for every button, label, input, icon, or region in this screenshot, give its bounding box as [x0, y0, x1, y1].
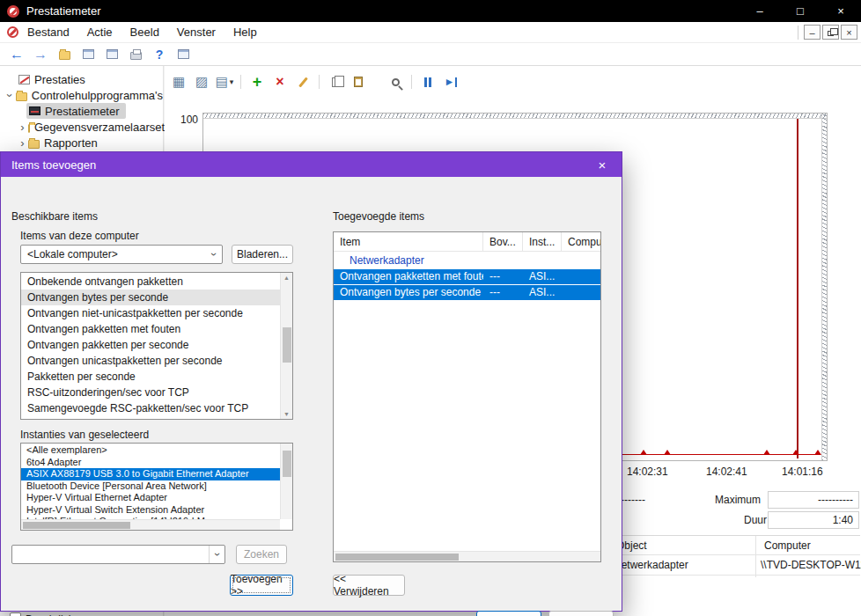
view-current-activity-button[interactable]: ▦	[169, 72, 188, 92]
restore-icon	[828, 31, 834, 36]
export-list-button[interactable]	[78, 45, 98, 64]
maximum-value: ----------	[818, 494, 853, 506]
counter-item[interactable]: Ontvangen niet-unicastpakketten per seco…	[21, 305, 280, 321]
added-items-table[interactable]: Item Bov... Inst... Comput Netwerkadapte…	[333, 231, 601, 562]
duration-label: Duur	[744, 514, 767, 526]
print-button[interactable]	[126, 45, 145, 64]
tree-item-rapporten[interactable]: › Rapporten	[0, 135, 163, 150]
column-header-item[interactable]: Item	[334, 232, 483, 251]
freeze-display-button[interactable]	[418, 72, 438, 92]
column-header-instance[interactable]: Inst...	[523, 232, 562, 251]
close-button[interactable]: ×	[821, 0, 861, 22]
tree-item-prestaties[interactable]: Prestaties	[0, 71, 163, 87]
computer-select[interactable]: <Lokale computer> ›	[20, 245, 223, 264]
scrollbar-thumb[interactable]	[283, 327, 291, 363]
mdi-restore-button[interactable]	[822, 25, 839, 40]
dialog-titlebar[interactable]: Items toevoegen ×	[1, 152, 622, 177]
counters-rows: Onbekende ontvangen pakketten Ontvangen …	[21, 274, 280, 419]
maximize-button[interactable]: □	[780, 0, 821, 22]
search-input[interactable]: ›	[11, 545, 225, 564]
legend-computer-header[interactable]: Computer	[764, 539, 811, 552]
counter-item[interactable]: Samengevoegde RSC-pakketten/sec voor TCP	[21, 400, 280, 416]
dialog-close-button[interactable]: ×	[583, 152, 622, 177]
change-graph-type-button[interactable]: ▤ ▾	[215, 72, 234, 92]
pencil-icon	[298, 77, 308, 87]
show-description-checkbox[interactable]	[10, 612, 21, 616]
instance-item[interactable]: <Alle exemplaren>	[21, 444, 280, 457]
plot-right-border	[821, 114, 827, 460]
tree-item-controlehulpprogrammas[interactable]: › Controlehulpprogramma's	[0, 87, 163, 103]
show-window-button[interactable]	[102, 45, 121, 64]
remove-button[interactable]: << Verwijderen	[333, 575, 405, 596]
paste-counter-list-button[interactable]	[349, 72, 368, 92]
menu-beeld[interactable]: Beeld	[121, 26, 168, 39]
counter-item[interactable]: Ontvangen pakketten met fouten	[21, 321, 280, 337]
add-button[interactable]: Toevoegen >>	[230, 575, 293, 596]
counters-listbox[interactable]: Onbekende ontvangen pakketten Ontvangen …	[20, 272, 293, 420]
menu-help[interactable]: Help	[224, 26, 266, 39]
instances-listbox[interactable]: <Alle exemplaren> 6to4 Adapter ASIX AX88…	[20, 443, 293, 531]
legend-computer-cell[interactable]: \\TVD-DESKTOP-W11	[761, 559, 861, 571]
vertical-scrollbar[interactable]: ▲ ▼	[280, 273, 292, 419]
help-button[interactable]: ?	[150, 45, 169, 64]
counter-item[interactable]: Ontvangen bytes per seconde	[21, 290, 280, 305]
chevron-right-icon[interactable]: ›	[17, 121, 28, 134]
column-header-computer[interactable]: Comput	[562, 232, 600, 251]
instance-item[interactable]: 6to4 Adapter	[21, 457, 280, 469]
toggle-console-tree-button[interactable]	[55, 45, 74, 64]
search-button[interactable]: Zoeken	[236, 545, 287, 564]
added-counter-row[interactable]: Ontvangen pakketten met fouten --- ASI..…	[334, 269, 600, 284]
menu-bestand[interactable]: Bestand	[18, 26, 78, 39]
browse-button[interactable]: Bladeren...	[232, 245, 293, 264]
scrollbar-thumb[interactable]	[23, 522, 130, 529]
counter-item[interactable]: Pakketten per seconde	[21, 369, 280, 385]
counter-item[interactable]: Ontvangen unicastpakketten per seconde	[21, 353, 280, 369]
menu-actie[interactable]: Actie	[78, 26, 121, 39]
back-button[interactable]: ←	[7, 45, 26, 64]
counter-item[interactable]: Ontvangen pakketten per seconde	[21, 337, 280, 353]
magnifier-icon	[392, 78, 400, 86]
chevron-down-icon[interactable]: ›	[209, 546, 224, 563]
scroll-down-icon[interactable]: ▼	[281, 411, 292, 417]
chevron-right-icon[interactable]: ›	[17, 136, 28, 150]
delete-counter-button[interactable]: ×	[270, 72, 290, 92]
counter-item[interactable]: RSC-uitzonderingen/sec voor TCP	[21, 385, 280, 400]
counter-group-label[interactable]: Netwerkadapter	[334, 252, 600, 269]
tree-item-prestatiemeter[interactable]: Prestatiemeter	[0, 103, 163, 119]
update-data-button[interactable]: ►	[441, 72, 460, 92]
chevron-down-icon[interactable]: ›	[4, 90, 17, 101]
added-item-cell: Ontvangen bytes per seconde	[334, 285, 483, 300]
instance-item[interactable]: Hyper-V Virtual Switch Extension Adapter	[21, 504, 280, 517]
forward-button[interactable]: →	[31, 45, 50, 64]
ok-button[interactable]: OK	[476, 611, 541, 616]
highlight-button[interactable]	[293, 72, 313, 92]
plot-top-border	[203, 114, 827, 119]
view-log-data-button[interactable]: ▨	[192, 72, 211, 92]
scroll-up-icon[interactable]: ▲	[281, 275, 292, 281]
x-axis-tick: 14:02:31	[627, 466, 668, 478]
copy-icon	[332, 77, 340, 87]
mdi-close-button[interactable]: ×	[841, 25, 857, 40]
instance-item[interactable]: Bluetooth Device [Personal Area Network]	[21, 480, 280, 493]
horizontal-scrollbar[interactable]	[334, 551, 600, 561]
column-header-parent[interactable]: Bov...	[483, 232, 523, 251]
instance-item[interactable]: Hyper-V Virtual Ethernet Adapter	[21, 492, 280, 504]
menu-venster[interactable]: Venster	[168, 26, 224, 39]
minimize-button[interactable]: –	[740, 0, 780, 22]
legend-object-cell[interactable]: Netwerkadapter	[614, 559, 688, 571]
new-window-button[interactable]	[173, 45, 193, 64]
scrollbar-thumb[interactable]	[283, 451, 291, 477]
instance-item-selected[interactable]: ASIX AX88179 USB 3.0 to Gigabit Ethernet…	[21, 468, 280, 480]
copy-properties-button[interactable]	[326, 72, 345, 92]
vertical-scrollbar[interactable]	[280, 444, 292, 519]
tree-item-label: Gegevensverzamelaarsets	[34, 121, 171, 134]
added-counter-row[interactable]: Ontvangen bytes per seconde --- ASI...	[334, 285, 600, 300]
mdi-minimize-button[interactable]: –	[804, 25, 821, 40]
tree-item-gegevensverzamelaarsets[interactable]: › Gegevensverzamelaarsets	[0, 119, 163, 135]
add-counter-button[interactable]: +	[247, 72, 267, 92]
horizontal-scrollbar[interactable]	[21, 519, 280, 530]
cancel-button[interactable]: Annuleren	[548, 611, 614, 616]
counter-item[interactable]: Onbekende ontvangen pakketten	[21, 274, 280, 290]
zoom-button[interactable]	[386, 72, 405, 92]
scrollbar-thumb[interactable]	[335, 554, 459, 561]
